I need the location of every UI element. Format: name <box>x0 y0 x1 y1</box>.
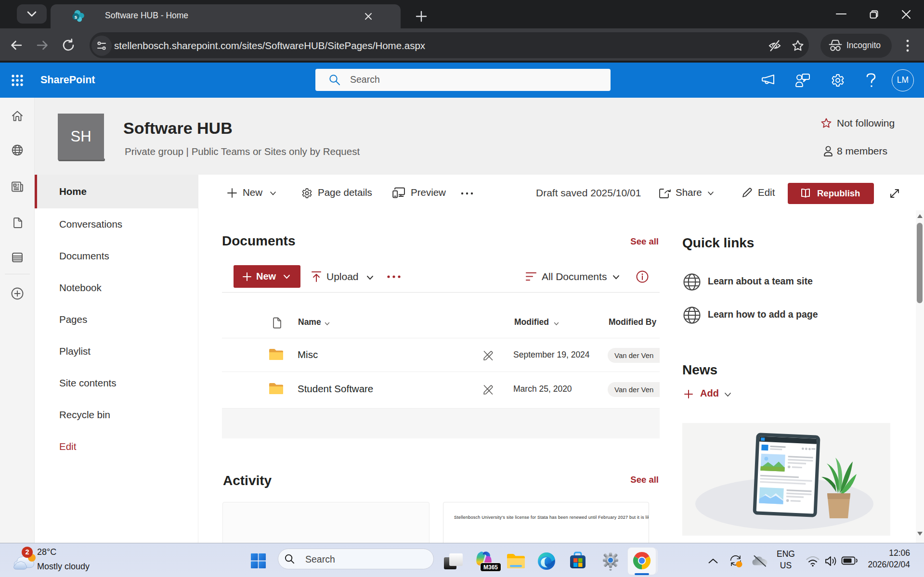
svg-text:s: s <box>75 14 78 20</box>
